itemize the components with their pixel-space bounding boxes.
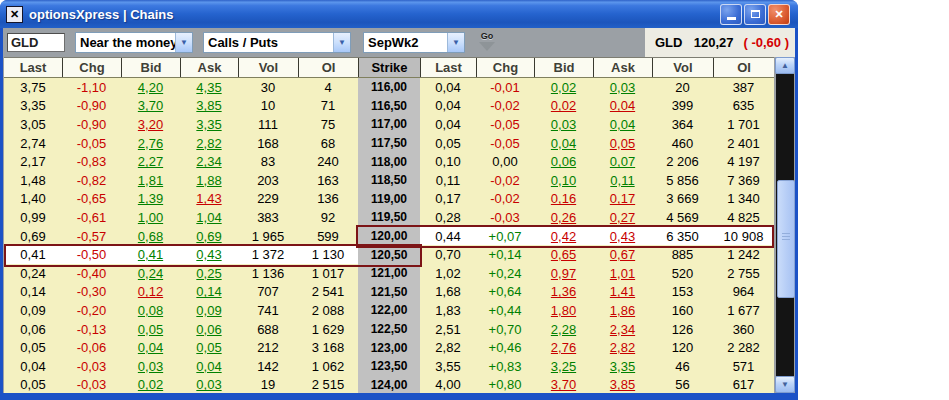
put-ask-link[interactable]: 0,27	[593, 208, 652, 227]
chain-row[interactable]: 2,17 -0,83 2,27 2,34 83 240 118,00 0,10 …	[4, 152, 774, 171]
call-bid-link[interactable]: 2,27	[121, 152, 180, 171]
call-bid-link[interactable]: 0,68	[121, 227, 180, 246]
call-ask-link[interactable]: 0,14	[180, 283, 238, 302]
symbol-input[interactable]	[7, 33, 65, 52]
chain-row[interactable]: 0,05 -0,03 0,02 0,03 19 2 515 124,00 4,0…	[4, 376, 774, 394]
put-bid-link[interactable]: 0,03	[534, 115, 593, 134]
chain-row[interactable]: 0,14 -0,30 0,12 0,14 707 2 541 121,50 1,…	[4, 283, 774, 302]
put-bid-link[interactable]: 3,25	[534, 357, 593, 376]
chain-row[interactable]: 0,05 -0,06 0,04 0,05 212 3 168 123,00 2,…	[4, 338, 774, 357]
call-bid-link[interactable]: 2,76	[121, 134, 180, 153]
call-ask-link[interactable]: 3,85	[180, 97, 238, 116]
call-ask-link[interactable]: 1,04	[180, 208, 238, 227]
put-bid-link[interactable]: 2,28	[534, 320, 593, 339]
chain-row[interactable]: 2,74 -0,05 2,76 2,82 168 68 117,50 0,05 …	[4, 134, 774, 153]
call-bid-link[interactable]: 0,12	[121, 283, 180, 302]
call-ask-link[interactable]: 0,03	[180, 376, 238, 394]
call-bid-link[interactable]: 0,08	[121, 301, 180, 320]
put-bid-link[interactable]: 3,70	[534, 376, 593, 394]
put-bid-link[interactable]: 0,65	[534, 245, 593, 264]
call-bid-link[interactable]: 0,03	[121, 357, 180, 376]
chain-row[interactable]: 0,69 -0,57 0,68 0,69 1 965 599 120,00 0,…	[4, 227, 774, 246]
chain-row[interactable]: 3,75 -1,10 4,20 4,35 30 4 116,00 0,04 -0…	[4, 78, 774, 97]
put-bid-link[interactable]: 1,80	[534, 301, 593, 320]
put-ask-link[interactable]: 0,07	[593, 152, 652, 171]
put-bid-link[interactable]: 0,02	[534, 97, 593, 116]
put-ask-link[interactable]: 1,01	[593, 264, 652, 283]
call-bid-link[interactable]: 1,39	[121, 190, 180, 209]
scroll-up-button[interactable]: ▲	[775, 57, 795, 74]
chain-row[interactable]: 3,35 -0,90 3,70 3,85 10 71 116,50 0,04 -…	[4, 97, 774, 116]
put-ask-link[interactable]: 3,85	[593, 376, 652, 394]
call-bid-link[interactable]: 4,20	[121, 78, 180, 97]
vertical-scrollbar[interactable]: ▲ ▼	[775, 57, 795, 393]
chain-row[interactable]: 3,05 -0,90 3,20 3,35 111 75 117,00 0,04 …	[4, 115, 774, 134]
call-ask-link[interactable]: 0,69	[180, 227, 238, 246]
call-bid-link[interactable]: 3,20	[121, 115, 180, 134]
call-ask-link[interactable]: 3,35	[180, 115, 238, 134]
put-ask-link[interactable]: 2,82	[593, 338, 652, 357]
put-ask-link[interactable]: 0,67	[593, 245, 652, 264]
call-bid-link[interactable]: 0,24	[121, 264, 180, 283]
put-ask-link[interactable]: 0,04	[593, 115, 652, 134]
put-ask-link[interactable]: 0,03	[593, 78, 652, 97]
call-ask-link[interactable]: 2,34	[180, 152, 238, 171]
call-bid-link[interactable]: 0,41	[121, 245, 180, 264]
range-select[interactable]: Near the money ▼	[75, 32, 193, 53]
put-bid-link[interactable]: 2,76	[534, 338, 593, 357]
call-bid-link[interactable]: 1,00	[121, 208, 180, 227]
call-ask-link[interactable]: 1,88	[180, 171, 238, 190]
put-ask-link[interactable]: 0,17	[593, 190, 652, 209]
put-bid-link[interactable]: 1,36	[534, 283, 593, 302]
put-ask-link[interactable]: 0,43	[593, 227, 652, 246]
call-ask-link[interactable]: 4,35	[180, 78, 238, 97]
chain-row[interactable]: 0,24 -0,40 0,24 0,25 1 136 1 017 121,00 …	[4, 264, 774, 283]
put-ask-link[interactable]: 3,35	[593, 357, 652, 376]
call-ask-link[interactable]: 0,25	[180, 264, 238, 283]
chain-row[interactable]: 0,06 -0,13 0,05 0,06 688 1 629 122,50 2,…	[4, 320, 774, 339]
put-bid-link[interactable]: 0,97	[534, 264, 593, 283]
chain-row[interactable]: 1,48 -0,82 1,81 1,88 203 163 118,50 0,11…	[4, 171, 774, 190]
chain-row[interactable]: 0,41 -0,50 0,41 0,43 1 372 1 130 120,50 …	[4, 245, 774, 264]
maximize-button[interactable]	[744, 4, 766, 25]
call-ask-link[interactable]: 1,43	[180, 190, 238, 209]
chain-row[interactable]: 1,40 -0,65 1,39 1,43 229 136 119,00 0,17…	[4, 190, 774, 209]
call-ask-link[interactable]: 0,05	[180, 338, 238, 357]
put-bid-link[interactable]: 0,10	[534, 171, 593, 190]
expiry-select[interactable]: SepWk2 ▼	[363, 32, 465, 53]
call-bid-link[interactable]: 1,81	[121, 171, 180, 190]
chevron-down-icon[interactable]: ▼	[175, 33, 192, 52]
put-bid-link[interactable]: 0,02	[534, 78, 593, 97]
call-ask-link[interactable]: 2,82	[180, 134, 238, 153]
call-bid-link[interactable]: 0,04	[121, 338, 180, 357]
put-ask-link[interactable]: 0,04	[593, 97, 652, 116]
close-button[interactable]: ✕	[768, 4, 790, 25]
call-ask-link[interactable]: 0,43	[180, 245, 238, 264]
put-bid-link[interactable]: 0,04	[534, 134, 593, 153]
scroll-down-button[interactable]: ▼	[775, 376, 795, 393]
chevron-down-icon[interactable]: ▼	[333, 33, 350, 52]
put-bid-link[interactable]: 0,16	[534, 190, 593, 209]
scrollbar-track[interactable]	[776, 74, 794, 376]
put-bid-link[interactable]: 0,42	[534, 227, 593, 246]
call-bid-link[interactable]: 0,02	[121, 376, 180, 394]
put-ask-link[interactable]: 0,05	[593, 134, 652, 153]
scrollbar-thumb[interactable]	[777, 180, 795, 298]
put-ask-link[interactable]: 2,34	[593, 320, 652, 339]
put-bid-link[interactable]: 0,26	[534, 208, 593, 227]
call-ask-link[interactable]: 0,09	[180, 301, 238, 320]
call-bid-link[interactable]: 0,05	[121, 320, 180, 339]
put-bid-link[interactable]: 0,06	[534, 152, 593, 171]
chain-row[interactable]: 0,04 -0,03 0,03 0,04 142 1 062 123,50 3,…	[4, 357, 774, 376]
put-ask-link[interactable]: 1,86	[593, 301, 652, 320]
title-bar[interactable]: ✕ optionsXpress | Chains ✕	[0, 0, 798, 28]
call-ask-link[interactable]: 0,04	[180, 357, 238, 376]
chevron-down-icon[interactable]: ▼	[447, 33, 464, 52]
put-ask-link[interactable]: 1,41	[593, 283, 652, 302]
chain-row[interactable]: 0,99 -0,61 1,00 1,04 383 92 119,50 0,28 …	[4, 208, 774, 227]
chain-row[interactable]: 0,09 -0,20 0,08 0,09 741 2 088 122,00 1,…	[4, 301, 774, 320]
type-select[interactable]: Calls / Puts ▼	[203, 32, 351, 53]
minimize-button[interactable]	[720, 4, 742, 25]
call-bid-link[interactable]: 3,70	[121, 97, 180, 116]
put-ask-link[interactable]: 0,11	[593, 171, 652, 190]
